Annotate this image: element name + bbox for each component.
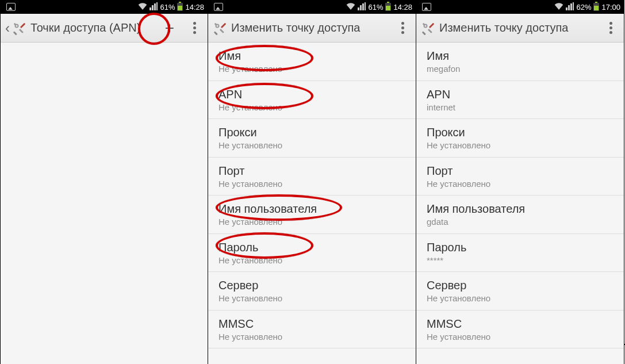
list-item-subtitle: Не установлено xyxy=(218,216,405,228)
svg-rect-5 xyxy=(387,2,389,3)
list-item-subtitle: Не установлено xyxy=(218,293,405,304)
list-item[interactable]: Имя Не установлено xyxy=(208,43,416,81)
list-item[interactable]: MMSC Не установлено xyxy=(416,311,624,349)
list-item-title: MMSC xyxy=(427,316,614,331)
list-item-title: Имя пользователя xyxy=(427,201,614,216)
content-area: Имя megafon APN internet Прокси Не устан… xyxy=(416,43,624,364)
list-item[interactable]: Имя пользователя Не установлено xyxy=(208,196,416,234)
list-item-subtitle: Не установлено xyxy=(218,63,405,75)
list-item-subtitle: Не установлено xyxy=(218,178,405,190)
list-item[interactable]: Пароль ***** xyxy=(416,234,624,273)
phone-screen: 61% 14:28 Изменить точку доступа Имя Не … xyxy=(208,0,416,364)
svg-rect-2 xyxy=(178,6,182,10)
list-item-subtitle: megafon xyxy=(427,63,614,75)
clock: 14:28 xyxy=(393,3,412,12)
add-button[interactable]: + xyxy=(158,17,181,40)
list-item-title: APN xyxy=(218,87,405,102)
list-item[interactable]: Сервер Не установлено xyxy=(416,272,624,311)
wifi-icon xyxy=(554,2,563,12)
tools-icon xyxy=(213,21,227,35)
battery-icon xyxy=(177,2,183,13)
svg-rect-3 xyxy=(13,31,17,35)
svg-rect-13 xyxy=(422,31,426,35)
content-area: Имя Не установлено APN Не установлено Пр… xyxy=(208,43,416,364)
image-notification-icon xyxy=(214,3,223,11)
list-item-subtitle: Не установлено xyxy=(427,331,614,343)
back-icon[interactable]: ‹ xyxy=(5,20,10,36)
image-notification-icon xyxy=(422,3,431,11)
list-item-title: Прокси xyxy=(218,125,405,140)
page-title: Изменить точку доступа xyxy=(439,21,597,35)
list-item-title: APN xyxy=(427,87,614,102)
list-item-subtitle: Не установлено xyxy=(218,331,405,343)
wifi-icon xyxy=(346,2,355,12)
list-item[interactable]: MMSC Не установлено xyxy=(208,311,416,349)
signal-icon xyxy=(358,2,366,12)
list-item-title: Порт xyxy=(427,163,614,178)
overflow-menu-icon[interactable] xyxy=(602,17,619,40)
list-item-subtitle: internet xyxy=(427,102,614,113)
list-item-subtitle: ***** xyxy=(427,255,614,266)
list-item[interactable]: Имя пользователя gdata xyxy=(416,196,624,234)
svg-rect-0 xyxy=(179,2,181,3)
tools-icon xyxy=(421,21,435,35)
list-item-title: Порт xyxy=(218,163,405,178)
signal-icon xyxy=(149,2,158,12)
list-item-subtitle: Не установлено xyxy=(427,140,614,151)
action-bar: ‹ Точки доступа (APN) + xyxy=(1,14,208,43)
image-notification-icon xyxy=(6,3,16,11)
content-area xyxy=(1,43,208,364)
battery-percent: 61% xyxy=(368,3,383,12)
list-item-title: Прокси xyxy=(427,125,614,140)
overflow-menu-icon[interactable] xyxy=(394,17,411,40)
phone-screen: 61% 14:28 ‹ Точки доступа (APN) + xyxy=(0,0,208,364)
wifi-icon xyxy=(138,2,147,12)
list-item-subtitle: Не установлено xyxy=(218,140,405,151)
list-item-title: Имя пользователя xyxy=(218,201,405,216)
overflow-menu-icon[interactable] xyxy=(186,17,203,40)
list-item[interactable]: APN internet xyxy=(416,81,624,120)
list-item-subtitle: Не установлено xyxy=(427,293,614,304)
list-item-title: Пароль xyxy=(218,240,405,255)
list-item[interactable]: Порт Не установлено xyxy=(208,158,416,196)
svg-rect-10 xyxy=(595,2,597,3)
page-title: Изменить точку доступа xyxy=(231,21,389,35)
list-item[interactable]: Прокси Не установлено xyxy=(208,119,416,158)
svg-rect-12 xyxy=(594,6,599,10)
list-item[interactable]: Прокси Не установлено xyxy=(416,119,624,158)
list-item[interactable]: Порт Не установлено xyxy=(416,158,624,196)
svg-rect-8 xyxy=(214,31,218,35)
clock: 14:28 xyxy=(185,3,204,12)
list-item-subtitle: Не установлено xyxy=(218,102,405,113)
action-bar: Изменить точку доступа xyxy=(208,14,416,43)
status-bar: 62% 17:00 xyxy=(416,0,624,14)
list-item-title: MMSC xyxy=(218,316,405,331)
list-item-subtitle: Не установлено xyxy=(427,178,614,190)
battery-icon xyxy=(593,2,599,13)
list-item-title: Сервер xyxy=(427,278,614,293)
status-bar: 61% 14:28 xyxy=(208,0,416,14)
tools-icon xyxy=(12,21,26,35)
signal-icon xyxy=(566,2,574,12)
list-item[interactable]: APN Не установлено xyxy=(208,81,416,120)
list-item[interactable]: Имя megafon xyxy=(416,43,624,81)
list-item-title: Имя xyxy=(218,48,405,63)
list-item-subtitle: gdata xyxy=(427,216,614,228)
list-item-subtitle: Не установлено xyxy=(218,255,405,266)
list-item-title: Сервер xyxy=(218,278,405,293)
list-item[interactable]: Сервер Не установлено xyxy=(208,272,416,311)
battery-percent: 61% xyxy=(160,3,175,12)
list-item-title: Имя xyxy=(427,48,614,63)
page-title: Точки доступа (APN) xyxy=(30,21,154,35)
svg-rect-7 xyxy=(386,6,390,10)
battery-percent: 62% xyxy=(576,3,591,12)
clock: 17:00 xyxy=(601,3,620,12)
status-bar: 61% 14:28 xyxy=(1,0,208,14)
list-item-title: Пароль xyxy=(427,240,614,255)
phone-screen: 62% 17:00 Изменить точку доступа Имя meg… xyxy=(416,0,624,364)
action-bar: Изменить точку доступа xyxy=(416,14,624,43)
battery-icon xyxy=(385,2,391,13)
list-item[interactable]: Пароль Не установлено xyxy=(208,234,416,273)
